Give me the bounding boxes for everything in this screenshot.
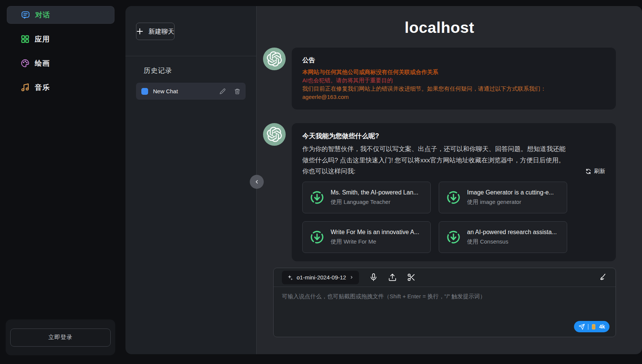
suggestion-subtitle: 使用 Consensus [467,238,557,245]
model-name: o1-mini-2024-09-12 [297,274,346,281]
contact-email-link[interactable]: ageerle@163.com [302,93,349,101]
app: 对话 应用 绘画 音乐 [0,0,642,364]
chat-main: localhost 公告 本网站与任何其他公司或商标没有任何关联或合作关系 AI… [257,6,642,354]
suggestion-subtitle: 使用 Language Teacher [331,199,418,206]
announcement-title: 公告 [302,56,605,65]
refresh-label: 刷新 [594,168,605,175]
sidebar-item-label: 对话 [35,10,50,20]
chat-color-swatch [141,88,148,95]
plus-icon [136,28,143,35]
sidebar-item-label: 音乐 [35,83,50,93]
install-download-icon [446,230,461,245]
install-download-icon [309,190,325,205]
suggestion-subtitle: 使用 image generator [467,199,554,206]
chat-title: New Chat [153,88,211,94]
suggestion-title: Ms. Smith, the AI-powered Lan... [331,189,418,196]
chat-list-panel: 新建聊天 历史记录 New Chat [125,6,257,354]
divider [125,56,256,56]
sparkles-icon [287,275,293,281]
new-chat-label: 新建聊天 [149,27,174,36]
collapse-panel-button[interactable] [250,175,264,189]
scissors-icon[interactable] [407,273,416,282]
apps-grid-icon [20,34,30,44]
page-title: localhost [263,19,616,37]
login-button[interactable]: 立即登录 [10,329,111,347]
suggestion-grid: Ms. Smith, the AI-powered Lan... 使用 Lang… [302,182,605,253]
sidebar-item-music[interactable]: 音乐 [7,79,114,96]
composer: o1-mini-2024-09-12 [273,268,616,337]
token-count-badge: 4k [599,324,605,330]
suggestion-title: Write For Me is an innovative A... [331,229,419,236]
clear-broom-icon[interactable] [599,273,607,282]
sidebar: 对话 应用 绘画 音乐 [0,0,125,364]
suggestion-card[interactable]: Write For Me is an innovative A... 使用 Wr… [302,221,431,253]
hint-row: 你也可以这样问我: 刷新 [302,167,605,176]
microphone-icon[interactable] [369,273,378,282]
welcome-title: 今天我能为您做些什么呢? [302,131,605,140]
refresh-suggestions-button[interactable]: 刷新 [585,168,605,175]
suggestion-subtitle: 使用 Write For Me [331,238,419,245]
palette-icon [20,59,30,68]
openai-logo-icon [267,51,282,66]
announcement-line: AI也会犯错。请勿将其用于重要目的 [302,76,605,85]
composer-body: 4k [274,287,616,337]
model-selector[interactable]: o1-mini-2024-09-12 [282,271,359,284]
avatar [263,48,286,70]
suggestion-title: Image Generator is a cutting-e... [467,189,554,196]
delete-icon[interactable] [234,88,240,94]
suggestion-card[interactable]: an AI-powered research assista... 使用 Con… [439,221,567,253]
composer-toolbar: o1-mini-2024-09-12 [274,268,616,287]
sidebar-item-apps[interactable]: 应用 [7,30,114,48]
workspace: 新建聊天 历史记录 New Chat [125,6,642,354]
upload-icon[interactable] [388,273,397,282]
sidebar-item-label: 应用 [35,34,50,44]
announcement-line: 本网站与任何其他公司或商标没有任何关联或合作关系 [302,68,605,76]
chat-bubble-icon [21,10,30,20]
refresh-icon [585,168,591,174]
chevron-left-icon [254,179,260,185]
edit-icon[interactable] [220,88,226,94]
welcome-message: 今天我能为您做些什么呢? 作为你的智慧伙伴，我不仅可以写文案、出点子，还可以和你… [263,123,616,261]
suggestion-title: an AI-powered research assista... [467,229,557,236]
chevron-right-icon [350,275,354,279]
install-download-icon [309,230,325,245]
announcement-message: 公告 本网站与任何其他公司或商标没有任何关联或合作关系 AI也会犯错。请勿将其用… [263,48,616,110]
divider [588,324,589,330]
install-download-icon [446,190,461,205]
music-note-icon [20,83,30,92]
token-coin-icon [591,324,596,330]
openai-logo-icon [267,127,282,142]
login-card: 立即登录 [6,319,115,355]
sidebar-item-chat[interactable]: 对话 [7,6,114,24]
suggestion-card[interactable]: Ms. Smith, the AI-powered Lan... 使用 Lang… [302,182,431,213]
history-title: 历史记录 [144,66,256,75]
announcement-bubble: 公告 本网站与任何其他公司或商标没有任何关联或合作关系 AI也会犯错。请勿将其用… [292,48,616,110]
sidebar-item-label: 绘画 [35,59,50,68]
send-plane-icon [579,324,585,330]
new-chat-button[interactable]: 新建聊天 [136,23,175,40]
message-input[interactable] [282,293,607,319]
ask-hint: 你也可以这样问我: [302,167,356,176]
send-button[interactable]: 4k [574,321,610,332]
history-item[interactable]: New Chat [136,83,246,100]
announcement-line: 我们目前正在修复我们网站上的错误并改进细节。如果您有任何疑问，请通过以下方式联系… [302,85,605,93]
avatar [263,123,286,146]
sidebar-item-drawing[interactable]: 绘画 [7,54,114,72]
suggestion-card[interactable]: Image Generator is a cutting-e... 使用 ima… [439,182,567,213]
welcome-body: 作为你的智慧伙伴，我不仅可以写文案、出点子，还可以和你聊天、回答问题。想知道我还… [302,143,567,166]
welcome-bubble: 今天我能为您做些什么呢? 作为你的智慧伙伴，我不仅可以写文案、出点子，还可以和你… [292,123,616,261]
